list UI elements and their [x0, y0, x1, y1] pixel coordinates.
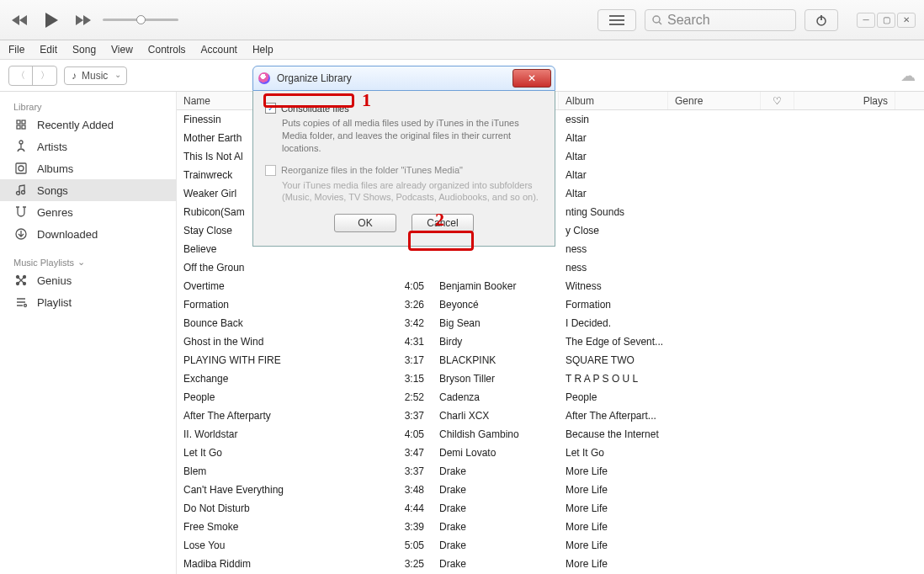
cell-artist: Cadenza	[433, 388, 559, 407]
cell-time: 4:31	[396, 332, 433, 351]
sidebar-item-downloaded[interactable]: Downloaded	[0, 223, 176, 245]
ok-button[interactable]: OK	[334, 214, 396, 232]
cell-artist: Drake	[433, 555, 559, 573]
power-button[interactable]	[805, 9, 838, 31]
table-row[interactable]: Madiba Riddim3:25DrakeMore Life	[177, 555, 924, 573]
cell-time: 3:17	[396, 351, 433, 369]
sidebar-item-songs[interactable]: Songs	[0, 179, 176, 201]
cell-love	[761, 240, 794, 258]
dialog-titlebar[interactable]: Organize Library ✕	[252, 66, 555, 91]
cell-time: 3:39	[396, 518, 433, 536]
cell-time: 4:05	[396, 277, 433, 295]
table-row[interactable]: Formation3:26BeyoncéFormation	[177, 295, 924, 314]
cell-album: More Life	[559, 499, 668, 518]
col-plays[interactable]: Plays	[794, 92, 895, 109]
cell-name: PLAYING WITH FIRE	[177, 351, 396, 369]
sidebar-item-playlist[interactable]: Playlist	[0, 291, 176, 313]
menu-file[interactable]: File	[8, 44, 24, 56]
volume-slider[interactable]	[103, 19, 178, 21]
sidebar-item-genres[interactable]: Genres	[0, 201, 176, 223]
table-row[interactable]: After The Afterparty3:37Charli XCXAfter …	[177, 407, 924, 425]
sidebar-item-artists[interactable]: Artists	[0, 136, 176, 157]
dialog-close-button[interactable]: ✕	[512, 69, 551, 88]
cell-time: 3:15	[396, 369, 433, 388]
cell-artist: Demi Lovato	[433, 444, 559, 462]
cell-album: More Life	[559, 518, 668, 536]
table-row[interactable]: Exchange3:15Bryson TillerT R A P S O U L	[177, 369, 924, 388]
col-genre[interactable]: Genre	[668, 92, 761, 109]
annotation-number-1: 1	[362, 89, 371, 111]
cloud-icon[interactable]: ☁	[900, 66, 916, 85]
svg-rect-5	[22, 125, 25, 129]
close-button[interactable]: ✕	[897, 13, 916, 28]
col-love[interactable]: ♡	[761, 92, 794, 109]
checkbox-checked-icon[interactable]: ✓	[265, 103, 276, 114]
menu-controls[interactable]: Controls	[148, 44, 186, 56]
menu-song[interactable]: Song	[72, 44, 96, 56]
table-row[interactable]: Free Smoke3:39DrakeMore Life	[177, 518, 924, 536]
col-album[interactable]: Album	[559, 92, 668, 109]
cell-album: Altar	[559, 184, 668, 203]
previous-button[interactable]	[8, 8, 32, 32]
cell-plays	[794, 314, 895, 332]
cell-genre	[668, 444, 761, 462]
table-row[interactable]: Overtime4:05Benjamin BookerWitness	[177, 277, 924, 295]
minimize-button[interactable]: ─	[857, 13, 875, 28]
sidebar-item-genius[interactable]: Genius	[0, 269, 176, 291]
table-row[interactable]: Let It Go3:47Demi LovatoLet It Go	[177, 444, 924, 462]
cell-love	[761, 129, 794, 147]
cell-genre	[668, 184, 761, 203]
sidebar-item-albums[interactable]: Albums	[0, 157, 176, 179]
table-row[interactable]: Blem3:37DrakeMore Life	[177, 462, 924, 481]
sidebar-item-label: Songs	[37, 184, 68, 197]
nav-forward-button[interactable]: 〉	[33, 66, 56, 85]
organize-library-dialog: Organize Library ✕ ✓ Consolidate files P…	[252, 66, 555, 247]
menu-account[interactable]: Account	[201, 44, 237, 56]
table-row[interactable]: Lose You5:05DrakeMore Life	[177, 536, 924, 555]
cell-album: ness	[559, 258, 668, 277]
table-row[interactable]: People2:52CadenzaPeople	[177, 388, 924, 407]
table-row[interactable]: Off the Grounness	[177, 258, 924, 277]
cell-genre	[668, 425, 761, 444]
cell-plays	[794, 499, 895, 518]
sidebar-item-recently-added[interactable]: Recently Added	[0, 114, 176, 136]
cell-time: 3:42	[396, 314, 433, 332]
next-button[interactable]	[71, 8, 94, 32]
cell-album: Witness	[559, 277, 668, 295]
list-view-button[interactable]	[597, 9, 636, 31]
cell-genre	[668, 147, 761, 166]
play-button[interactable]	[37, 6, 66, 35]
sidebar-header-playlists[interactable]: Music Playlists⌄	[0, 245, 176, 269]
album-icon	[13, 162, 29, 175]
maximize-button[interactable]: ▢	[877, 13, 895, 28]
cell-name: Bounce Back	[177, 314, 396, 332]
table-row[interactable]: Do Not Disturb4:44DrakeMore Life	[177, 499, 924, 518]
menu-view[interactable]: View	[111, 44, 133, 56]
cell-love	[761, 444, 794, 462]
cell-name: Madiba Riddim	[177, 555, 396, 573]
cell-artist: Childish Gambino	[433, 425, 559, 444]
menu-help[interactable]: Help	[252, 44, 273, 56]
cell-plays	[794, 277, 895, 295]
media-picker[interactable]: ♪ Music	[64, 66, 127, 85]
search-placeholder: Search	[667, 13, 710, 28]
cell-love	[761, 499, 794, 518]
table-row[interactable]: PLAYING WITH FIRE3:17BLACKPINKSQUARE TWO	[177, 351, 924, 369]
cell-artist: Benjamin Booker	[433, 277, 559, 295]
cell-love	[761, 258, 794, 277]
cell-plays	[794, 147, 895, 166]
search-input[interactable]: Search	[645, 9, 796, 31]
consolidate-files-option[interactable]: ✓ Consolidate files	[265, 103, 543, 114]
table-row[interactable]: Ghost in the Wind4:31BirdyThe Edge of Se…	[177, 332, 924, 351]
nav-back-button[interactable]: 〈	[9, 66, 33, 85]
cell-album: y Close	[559, 221, 668, 240]
cell-genre	[668, 258, 761, 277]
cell-plays	[794, 110, 895, 129]
cell-love	[761, 184, 794, 203]
table-row[interactable]: Bounce Back3:42Big SeanI Decided.	[177, 314, 924, 332]
table-row[interactable]: Can't Have Everything3:48DrakeMore Life	[177, 481, 924, 499]
cell-love	[761, 481, 794, 499]
menu-edit[interactable]: Edit	[40, 44, 57, 56]
cell-name: Let It Go	[177, 444, 396, 462]
table-row[interactable]: II. Worldstar4:05Childish GambinoBecause…	[177, 425, 924, 444]
